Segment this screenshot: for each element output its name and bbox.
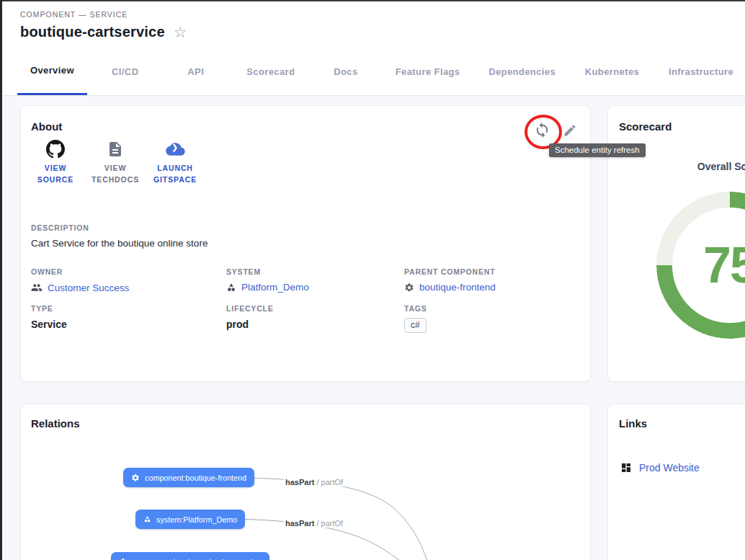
view-techdocs-label: VIEWTECHDOCS bbox=[92, 162, 139, 186]
entity-kind-breadcrumb: COMPONENT — SERVICE bbox=[20, 10, 128, 19]
prod-website-link[interactable]: Prod Website bbox=[620, 462, 700, 474]
tab-docs[interactable]: Docs bbox=[313, 48, 378, 95]
system-link[interactable]: Platform_Demo bbox=[226, 282, 309, 293]
entity-tabbar: Overview CI/CD API Scorecard Docs Featur… bbox=[2, 48, 745, 96]
tab-cicd[interactable]: CI/CD bbox=[93, 48, 158, 95]
about-actions: VIEWSOURCE VIEWTECHDOCS ❯ bbox=[31, 139, 200, 186]
view-techdocs-button[interactable]: VIEWTECHDOCS bbox=[91, 139, 140, 186]
collapsed-sidebar-edge bbox=[0, 0, 2, 560]
component-icon bbox=[404, 283, 414, 293]
field-parent-component: PARENT COMPONENT boutique-frontend bbox=[404, 267, 496, 293]
view-source-label: VIEWSOURCE bbox=[37, 162, 73, 186]
window-top-edge bbox=[0, 0, 745, 1]
dashboard-icon bbox=[620, 462, 632, 474]
tab-infrastructure[interactable]: Infrastructure bbox=[657, 48, 745, 95]
scorecard-heading: Scorecard bbox=[619, 120, 672, 133]
about-heading: About bbox=[31, 120, 62, 133]
refresh-icon bbox=[534, 122, 550, 138]
field-type: TYPE Service bbox=[31, 304, 67, 330]
field-system: SYSTEM Platform_Demo bbox=[226, 267, 309, 293]
links-card: Links Prod Website bbox=[607, 404, 745, 560]
component-icon bbox=[119, 558, 128, 560]
system-icon bbox=[226, 283, 236, 293]
tab-scorecard[interactable]: Scorecard bbox=[234, 48, 308, 95]
github-icon bbox=[46, 139, 65, 159]
field-owner: OWNER Customer Success bbox=[31, 267, 129, 293]
launch-gitspace-label: LAUNCHGITSPACE bbox=[153, 162, 197, 186]
component-icon bbox=[131, 474, 140, 482]
relation-node-boutique-frontend[interactable]: component:boutique-frontend bbox=[123, 468, 254, 487]
edge-label: hasPart / partOf bbox=[284, 519, 344, 528]
document-icon bbox=[107, 139, 124, 159]
overall-score-label: Overall Score bbox=[656, 161, 745, 172]
cloud-icon: ❯ bbox=[166, 139, 185, 159]
relation-node-platform-demo[interactable]: system:Platform_Demo bbox=[135, 510, 245, 529]
edit-entity-button[interactable] bbox=[563, 123, 577, 138]
tab-api[interactable]: API bbox=[164, 48, 228, 95]
field-description: DESCRIPTION Cart Service for the boutiqu… bbox=[31, 223, 208, 249]
field-tags: TAGS c# bbox=[404, 304, 427, 333]
edge-label: hasPart / partOf bbox=[284, 478, 344, 486]
relations-card: Relations hasPart / partOf hasPart / par… bbox=[20, 404, 591, 560]
page-title: boutique-cartservice bbox=[20, 24, 165, 40]
system-icon bbox=[143, 515, 151, 523]
parent-component-link[interactable]: boutique-frontend bbox=[404, 282, 496, 293]
tab-feature-flags[interactable]: Feature Flags bbox=[384, 48, 472, 95]
tag-chip: c# bbox=[404, 318, 427, 333]
field-lifecycle: LIFECYCLE prod bbox=[226, 304, 274, 330]
score-value: 75 bbox=[656, 192, 745, 339]
refresh-tooltip: Schedule entity refresh bbox=[549, 143, 646, 157]
view-source-button[interactable]: VIEWSOURCE bbox=[31, 139, 80, 186]
favorite-star-icon[interactable]: ☆ bbox=[174, 25, 187, 40]
launch-gitspace-button[interactable]: ❯ LAUNCHGITSPACE bbox=[151, 139, 200, 186]
tab-kubernetes[interactable]: Kubernetes bbox=[573, 48, 651, 95]
pencil-icon bbox=[563, 123, 577, 138]
page-header: COMPONENT — SERVICE boutique-cartservice… bbox=[2, 1, 745, 48]
entity-page: COMPONENT — SERVICE boutique-cartservice… bbox=[0, 0, 745, 560]
relation-node-boutique-checkoutservice[interactable]: component:boutique-checkoutservice bbox=[111, 552, 269, 560]
tab-overview[interactable]: Overview bbox=[17, 48, 87, 95]
links-heading: Links bbox=[619, 417, 647, 430]
group-icon bbox=[31, 282, 43, 293]
tab-dependencies[interactable]: Dependencies bbox=[477, 48, 566, 95]
refresh-entity-button[interactable] bbox=[534, 122, 550, 138]
owner-link[interactable]: Customer Success bbox=[31, 282, 129, 293]
about-card: About VIEWSOURCE bbox=[20, 105, 591, 382]
